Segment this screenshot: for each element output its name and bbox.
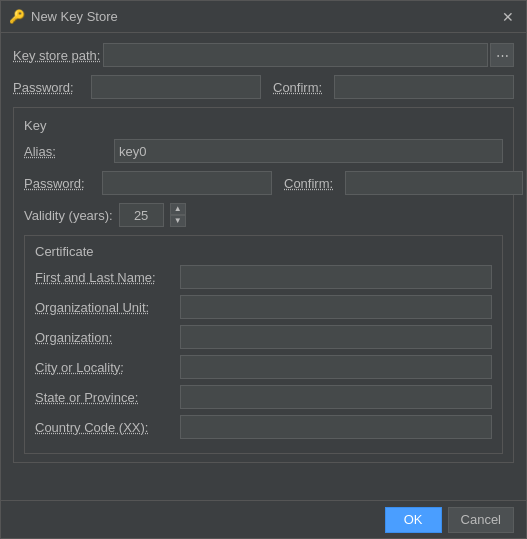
keystore-path-row: Key store path: ⋯ (13, 43, 514, 67)
top-password-label: Password: (13, 80, 83, 95)
country-label: Country Code (XX): (35, 420, 180, 435)
state-row: State or Province: (35, 385, 492, 409)
city-row: City or Locality: (35, 355, 492, 379)
title-bar: 🔑 New Key Store ✕ (1, 1, 526, 33)
first-last-row: First and Last Name: (35, 265, 492, 289)
dialog-content: Key store path: ⋯ Password: Confirm: Key… (1, 33, 526, 500)
browse-button[interactable]: ⋯ (490, 43, 514, 67)
country-input[interactable] (180, 415, 492, 439)
org-unit-input[interactable] (180, 295, 492, 319)
ok-button[interactable]: OK (385, 507, 442, 533)
keystore-path-label: Key store path: (13, 48, 103, 63)
key-section-label: Key (24, 118, 503, 133)
key-confirm-input[interactable] (345, 171, 523, 195)
validity-down-button[interactable]: ▼ (170, 215, 186, 227)
org-unit-label: Organizational Unit: (35, 300, 180, 315)
country-row: Country Code (XX): (35, 415, 492, 439)
org-row: Organization: (35, 325, 492, 349)
key-confirm-label: Confirm: (284, 176, 333, 191)
first-last-input[interactable] (180, 265, 492, 289)
validity-up-button[interactable]: ▲ (170, 203, 186, 215)
key-password-label: Password: (24, 176, 94, 191)
org-unit-row: Organizational Unit: (35, 295, 492, 319)
top-password-row: Password: Confirm: (13, 75, 514, 99)
top-confirm-input[interactable] (334, 75, 514, 99)
validity-row: Validity (years): ▲ ▼ (24, 203, 503, 227)
keystore-path-input[interactable] (103, 43, 488, 67)
alias-input[interactable] (114, 139, 503, 163)
org-label: Organization: (35, 330, 180, 345)
validity-label: Validity (years): (24, 208, 113, 223)
dialog-icon: 🔑 (9, 9, 25, 25)
cancel-button[interactable]: Cancel (448, 507, 514, 533)
alias-label: Alias: (24, 144, 114, 159)
org-input[interactable] (180, 325, 492, 349)
top-password-input[interactable] (91, 75, 261, 99)
city-input[interactable] (180, 355, 492, 379)
validity-input[interactable] (119, 203, 164, 227)
title-bar-left: 🔑 New Key Store (9, 9, 118, 25)
key-section: Key Alias: Password: Confirm: Validity (… (13, 107, 514, 463)
first-last-label: First and Last Name: (35, 270, 180, 285)
new-key-store-dialog: 🔑 New Key Store ✕ Key store path: ⋯ Pass… (0, 0, 527, 539)
key-password-row: Password: Confirm: (24, 171, 503, 195)
cert-section: Certificate First and Last Name: Organiz… (24, 235, 503, 454)
validity-spinner: ▲ ▼ (170, 203, 186, 227)
cert-section-label: Certificate (35, 244, 492, 259)
alias-row: Alias: (24, 139, 503, 163)
dialog-title: New Key Store (31, 9, 118, 24)
close-button[interactable]: ✕ (498, 7, 518, 27)
top-confirm-label: Confirm: (273, 80, 322, 95)
key-password-input[interactable] (102, 171, 272, 195)
city-label: City or Locality: (35, 360, 180, 375)
state-input[interactable] (180, 385, 492, 409)
dialog-footer: OK Cancel (1, 500, 526, 538)
state-label: State or Province: (35, 390, 180, 405)
browse-icon: ⋯ (496, 48, 509, 63)
